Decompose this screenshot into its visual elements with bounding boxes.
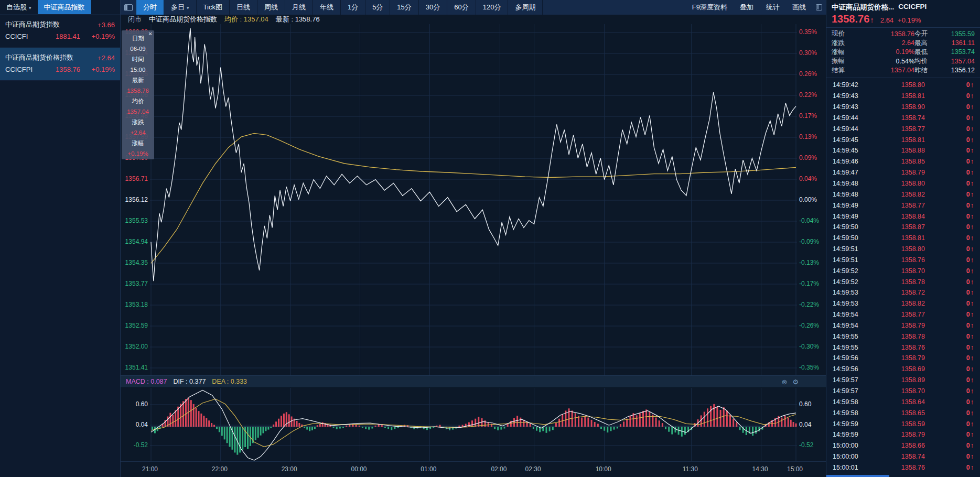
tick-volume: 0↑ [966, 354, 974, 362]
stat-row: 振幅0.54%均价1357.04 [832, 57, 975, 66]
tick-time: 14:59:53 [833, 289, 877, 296]
period-tab[interactable]: 多日▾ [164, 0, 197, 15]
tick-price: 1358.65 [877, 409, 925, 417]
trade-tick-row[interactable]: 14:59:491358.840↑ [833, 211, 974, 222]
stat-row: 涨幅0.19%最低1353.74 [832, 48, 975, 57]
trade-tick-row[interactable]: 14:59:481358.800↑ [833, 178, 974, 189]
market-status: 闭市 [128, 15, 142, 24]
period-tab[interactable]: 120分 [476, 0, 509, 15]
period-tabs: 分时多日▾Tick图日线周线月线年线1分5分15分30分60分120分多周期 [136, 0, 543, 15]
period-tab[interactable]: 日线 [230, 0, 257, 15]
time-axis-label: 11:30 [683, 465, 698, 473]
close-icon[interactable]: ✕ [148, 31, 153, 37]
trade-tick-row[interactable]: 14:59:501358.870↑ [833, 222, 974, 233]
stat-value: 1361.11 [943, 39, 975, 47]
trade-tick-row[interactable]: 14:59:551358.760↑ [833, 342, 974, 353]
period-tab[interactable]: 分时 [136, 0, 164, 15]
trade-tick-row[interactable]: 14:59:451358.810↑ [833, 134, 974, 145]
sidebar-tab[interactable]: 自选股▾ [0, 0, 38, 14]
layout-toggle-icon[interactable] [121, 0, 136, 15]
tick-price: 1358.79 [877, 354, 925, 362]
trade-tick-row[interactable]: 14:59:531358.720↑ [833, 287, 974, 298]
watchlist-item-row: CCICFI1881.41+0.19% [5, 30, 115, 42]
trade-tick-row[interactable]: 14:59:421358.800↑ [833, 80, 974, 91]
tick-time: 14:59:54 [833, 311, 877, 318]
gear-icon[interactable]: ⚙ [792, 378, 799, 386]
trade-tick-row[interactable]: 14:59:431358.810↑ [833, 91, 974, 102]
up-arrow-icon: ↑ [971, 365, 974, 373]
trade-tick-row[interactable]: 14:59:591358.590↑ [833, 418, 974, 429]
trade-tick-row[interactable]: 14:59:471358.790↑ [833, 167, 974, 178]
trade-tick-row[interactable]: 14:59:571358.700↑ [833, 386, 974, 397]
toolbar-action[interactable]: 统计 [760, 3, 786, 12]
chart-main: 分时多日▾Tick图日线周线月线年线1分5分15分30分60分120分多周期 F… [121, 0, 826, 477]
period-tab[interactable]: 月线 [285, 0, 313, 15]
trade-tick-row[interactable]: 14:59:511358.760↑ [833, 254, 974, 265]
watchlist-item[interactable]: 中证商品期货价格指数+2.64CCICFPI1358.76+0.19% [0, 48, 120, 81]
trade-tick-row[interactable]: 14:59:581358.650↑ [833, 407, 974, 418]
period-tab[interactable]: 15分 [390, 0, 418, 15]
period-tab[interactable]: 多周期 [508, 0, 543, 15]
macd-chart[interactable] [121, 388, 826, 461]
tick-volume: 0↑ [966, 180, 974, 187]
tick-volume: 0↑ [966, 278, 974, 286]
tick-volume: 0↑ [966, 376, 974, 384]
tick-volume: 0↑ [966, 136, 974, 144]
trade-tick-row[interactable]: 14:59:451358.880↑ [833, 145, 974, 156]
trade-tick-row[interactable]: 14:59:521358.700↑ [833, 265, 974, 276]
trade-tick-row[interactable]: 14:59:551358.780↑ [833, 331, 974, 342]
trade-tick-row[interactable]: 14:59:511358.800↑ [833, 244, 974, 255]
trade-tick-row[interactable]: 14:59:541358.770↑ [833, 309, 974, 320]
trade-tick-row[interactable]: 14:59:431358.900↑ [833, 102, 974, 113]
tick-volume: 0↑ [966, 114, 974, 122]
collapse-panel-icon[interactable] [812, 0, 826, 15]
trade-tick-row[interactable]: 14:59:481358.820↑ [833, 189, 974, 200]
last-price-readout: 最新 : 1358.76 [276, 15, 320, 24]
period-tab[interactable]: 年线 [313, 0, 341, 15]
trade-tick-row[interactable]: 15:00:001358.740↑ [833, 451, 974, 462]
trade-tick-row[interactable]: 15:00:011358.760↑ [833, 462, 974, 473]
trade-tick-row[interactable]: 14:59:531358.820↑ [833, 298, 974, 309]
trade-tick-row[interactable]: 15:00:001358.660↑ [833, 440, 974, 451]
sidebar-tab[interactable]: 中证商品指数 [38, 0, 91, 14]
tick-volume: 0↑ [966, 245, 974, 253]
period-tab[interactable]: Tick图 [197, 0, 230, 15]
trade-tick-row[interactable]: 14:59:491358.770↑ [833, 200, 974, 211]
tooltip-label: 均价 [122, 96, 154, 106]
trade-tick-row[interactable]: 14:59:441358.740↑ [833, 112, 974, 123]
tick-volume: 0↑ [966, 344, 974, 351]
tick-time: 14:59:50 [833, 234, 877, 242]
trade-tick-row[interactable]: 14:59:441358.770↑ [833, 123, 974, 134]
up-arrow-icon: ↑ [971, 431, 974, 438]
tick-price: 1358.69 [877, 365, 925, 373]
trade-tick-row[interactable]: 14:59:521358.780↑ [833, 276, 974, 287]
toolbar-action[interactable]: 叠加 [734, 3, 760, 12]
horizontal-scrollbar[interactable] [826, 475, 889, 477]
trade-tick-row[interactable]: 14:59:571358.890↑ [833, 375, 974, 386]
intraday-price-chart[interactable] [121, 24, 826, 375]
trade-tick-row[interactable]: 14:59:591358.790↑ [833, 429, 974, 440]
tick-volume: 0↑ [966, 398, 974, 406]
trade-tick-row[interactable]: 14:59:561358.690↑ [833, 364, 974, 375]
trade-tick-row[interactable]: 14:59:461358.850↑ [833, 156, 974, 167]
tick-volume: 0↑ [966, 234, 974, 242]
instrument-name: 中证商品期货价格指数 [5, 53, 98, 62]
period-tab[interactable]: 60分 [447, 0, 476, 15]
trade-tick-row[interactable]: 14:59:561358.790↑ [833, 353, 974, 364]
watchlist-item[interactable]: 中证商品期货指数+3.66CCICFI1881.41+0.19% [0, 15, 120, 48]
trade-tick-row[interactable]: 14:59:501358.810↑ [833, 233, 974, 244]
tick-price: 1358.72 [877, 289, 925, 296]
macd-indicator-value: DIF : 0.377 [174, 378, 206, 385]
tick-time: 14:59:48 [833, 180, 877, 187]
period-tab[interactable]: 30分 [419, 0, 447, 15]
toolbar-action[interactable]: F9深度资料 [686, 3, 734, 12]
tick-time: 14:59:57 [833, 387, 877, 395]
period-tab[interactable]: 1分 [341, 0, 365, 15]
trade-tick-row[interactable]: 14:59:541358.790↑ [833, 320, 974, 331]
quote-stats: 现价1358.76今开1355.59涨跌2.64最高1361.11涨幅0.19%… [826, 28, 980, 78]
toolbar-action[interactable]: 画线 [786, 3, 812, 12]
period-tab[interactable]: 5分 [365, 0, 390, 15]
remove-indicator-icon[interactable]: ⊗ [781, 378, 787, 386]
period-tab[interactable]: 周线 [257, 0, 285, 15]
trade-tick-row[interactable]: 14:59:581358.640↑ [833, 396, 974, 407]
